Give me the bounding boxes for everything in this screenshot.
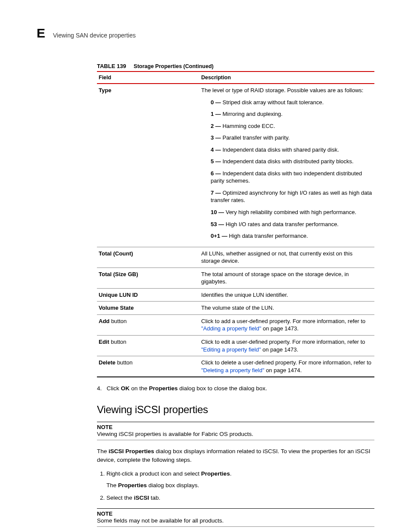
table-row-desc: The total amount of storage space on the… — [199, 268, 374, 288]
col-desc-header: Description — [199, 72, 374, 84]
raid-level-item: 2 — Hamming code ECC. — [211, 122, 373, 130]
table-row-desc: Click to add a user-defined property. Fo… — [199, 314, 374, 335]
table-row-field: Unique LUN ID — [97, 288, 199, 302]
raid-level-item: 10 — Very high reliability combined with… — [211, 208, 373, 216]
raid-level-item: 0 — Striped disk array without fault tol… — [211, 99, 373, 106]
appendix-letter: E — [37, 26, 45, 40]
cross-reference-link[interactable]: "Editing a property field" — [201, 346, 261, 353]
table-row-desc: Click to delete a user-defined property.… — [199, 356, 374, 377]
table-row-desc: Identifies the unique LUN identifier. — [199, 288, 374, 302]
field-type: Type — [97, 84, 199, 247]
raid-level-item: 0+1 — High data transfer performance. — [211, 232, 373, 240]
page-title: Viewing SAN device properties — [53, 32, 136, 39]
note-1: NOTE Viewing iSCSI properties is availab… — [97, 422, 374, 440]
note-label: NOTE — [97, 510, 374, 517]
table-row-field: Delete button — [97, 356, 199, 377]
raid-level-item: 6 — Independent data disks with two inde… — [211, 170, 373, 185]
note-body: Some fields may not be available for all… — [97, 517, 374, 524]
raid-level-item: 4 — Independent data disks with shared p… — [211, 146, 373, 154]
table-caption: TABLE 139 Storage Properties (Continued) — [97, 63, 374, 69]
cross-reference-link[interactable]: "Adding a property field" — [201, 325, 261, 332]
step-4: 4. Click OK on the Properties dialog box… — [97, 385, 374, 392]
note-2: NOTE Some fields may not be available fo… — [97, 508, 374, 527]
raid-level-item: 7 — Optimized asynchrony for high I/O ra… — [211, 189, 373, 204]
table-row-field: Add button — [97, 314, 199, 335]
desc-type: The level or type of RAID storage. Possi… — [199, 84, 374, 247]
note-body: Viewing iSCSI properties is available fo… — [97, 431, 374, 437]
intro-paragraph: The iSCSI Properties dialog box displays… — [97, 447, 374, 464]
col-field-header: Field — [97, 72, 199, 84]
table-row-field: Total (Count) — [97, 247, 199, 268]
raid-level-item: 1 — Mirroring and duplexing. — [211, 110, 373, 118]
storage-properties-table: Field Description TypeThe level or type … — [97, 71, 374, 377]
step-2: Select the iSCSI tab. — [106, 494, 374, 502]
table-row-desc: The volume state of the LUN. — [199, 302, 374, 315]
raid-level-item: 3 — Parallel transfer with parity. — [211, 134, 373, 142]
section-heading: Viewing iSCSI properties — [97, 404, 374, 416]
table-row-field: Edit button — [97, 336, 199, 356]
table-row-field: Volume State — [97, 302, 199, 315]
table-title: Storage Properties (Continued) — [134, 63, 213, 69]
table-row-desc: Click to edit a user-defined property. F… — [199, 336, 374, 356]
note-label: NOTE — [97, 424, 374, 430]
table-row-field: Total (Size GB) — [97, 268, 199, 288]
step-1: Right-click a product icon and select Pr… — [106, 470, 374, 490]
steps-list: Right-click a product icon and select Pr… — [97, 470, 374, 502]
raid-level-item: 5 — Independent data disks with distribu… — [211, 158, 373, 165]
step-1-result: The Properties dialog box displays. — [106, 482, 374, 490]
table-row-desc: All LUNs, whether assigned or not, that … — [199, 247, 374, 268]
raid-level-item: 53 — High I/O rates and data transfer pe… — [211, 221, 373, 228]
cross-reference-link[interactable]: "Deleting a property field" — [201, 367, 265, 373]
table-number: TABLE 139 — [97, 63, 126, 69]
page-header: E Viewing SAN device properties — [37, 26, 374, 40]
